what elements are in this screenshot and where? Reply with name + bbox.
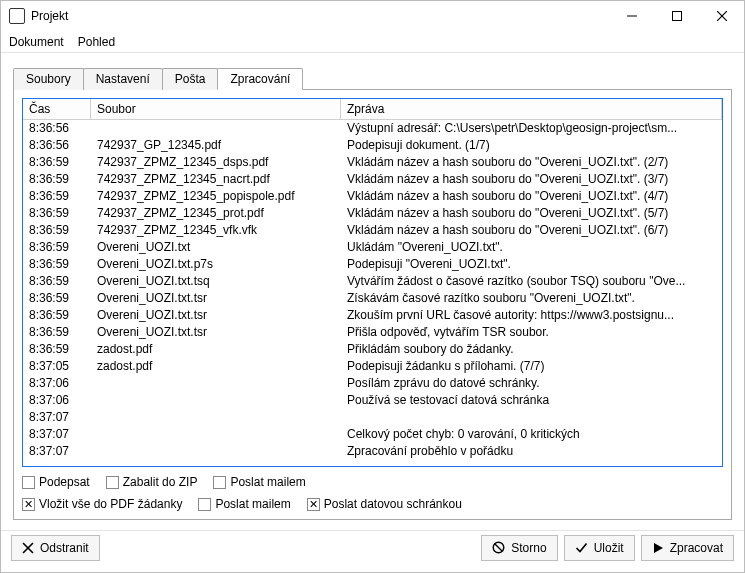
- menu-dokument[interactable]: Dokument: [9, 35, 64, 49]
- cell-time: 8:36:56: [23, 137, 91, 154]
- cell-time: 8:36:59: [23, 341, 91, 358]
- footer: Odstranit Storno Uložit Zpracovat: [1, 530, 744, 572]
- cell-file: 742937_ZPMZ_12345_popispole.pdf: [91, 188, 341, 205]
- cell-file: [91, 443, 341, 460]
- label-ulozit: Uložit: [594, 541, 624, 555]
- cell-file: [91, 375, 341, 392]
- odstranit-button[interactable]: Odstranit: [11, 535, 100, 561]
- checkbox-podepsat[interactable]: Podepsat: [22, 475, 90, 489]
- table-row[interactable]: 8:37:06Používá se testovací datová schrá…: [23, 392, 722, 409]
- table-row[interactable]: 8:36:59742937_ZPMZ_12345_nacrt.pdfVkládá…: [23, 171, 722, 188]
- cancel-icon: [492, 541, 505, 554]
- close-button[interactable]: [699, 1, 744, 31]
- cell-file: Overeni_UOZI.txt.tsq: [91, 273, 341, 290]
- cell-file: 742937_ZPMZ_12345_nacrt.pdf: [91, 171, 341, 188]
- cell-time: 8:36:59: [23, 256, 91, 273]
- table-row[interactable]: 8:36:59Overeni_UOZI.txt.tsrZkouším první…: [23, 307, 722, 324]
- checkbox-zabalit[interactable]: Zabalit do ZIP: [106, 475, 198, 489]
- checkbox-vlozit-pdf[interactable]: ✕Vložit vše do PDF žádanky: [22, 497, 182, 511]
- app-icon: [9, 8, 25, 24]
- cell-time: 8:37:07: [23, 426, 91, 443]
- svg-rect-1: [672, 12, 681, 21]
- label-mail1: Poslat mailem: [230, 475, 305, 489]
- cell-file: [91, 409, 341, 426]
- checkbox-icon: [213, 476, 226, 489]
- minimize-button[interactable]: [609, 1, 654, 31]
- label-storno: Storno: [511, 541, 546, 555]
- grid-body[interactable]: 8:36:56Výstupní adresář: C:\Users\petr\D…: [23, 120, 722, 466]
- table-row[interactable]: 8:37:07Zpracování proběhlo v pořádku: [23, 443, 722, 460]
- cell-msg: Vkládám název a hash souboru do "Overeni…: [341, 205, 722, 222]
- cell-file: 742937_ZPMZ_12345_vfk.vfk: [91, 222, 341, 239]
- cell-time: 8:37:07: [23, 409, 91, 426]
- checkbox-checked-icon: ✕: [22, 498, 35, 511]
- table-row[interactable]: 8:37:05zadost.pdfPodepisuji žádanku s př…: [23, 358, 722, 375]
- checkbox-datova-schranka[interactable]: ✕Poslat datovou schránkou: [307, 497, 462, 511]
- system-buttons: [609, 1, 744, 31]
- cell-msg: Vkládám název a hash souboru do "Overeni…: [341, 171, 722, 188]
- checkbox-icon: [22, 476, 35, 489]
- table-row[interactable]: 8:37:07: [23, 409, 722, 426]
- maximize-button[interactable]: [654, 1, 699, 31]
- table-row[interactable]: 8:37:07Celkový počet chyb: 0 varování, 0…: [23, 426, 722, 443]
- cell-msg: Vkládám název a hash souboru do "Overeni…: [341, 154, 722, 171]
- tab-soubory[interactable]: Soubory: [13, 68, 84, 90]
- cell-time: 8:36:59: [23, 324, 91, 341]
- tab-posta[interactable]: Pošta: [162, 68, 219, 90]
- cell-file: 742937_ZPMZ_12345_dsps.pdf: [91, 154, 341, 171]
- table-row[interactable]: 8:36:56742937_GP_12345.pdfPodepisuji dok…: [23, 137, 722, 154]
- cell-msg: Výstupní adresář: C:\Users\petr\Desktop\…: [341, 120, 722, 137]
- cell-msg: Přikládám soubory do žádanky.: [341, 341, 722, 358]
- cell-msg: Posílám zprávu do datové schránky.: [341, 375, 722, 392]
- menu-pohled[interactable]: Pohled: [78, 35, 115, 49]
- cell-msg: Celkový počet chyb: 0 varování, 0 kritic…: [341, 426, 722, 443]
- table-row[interactable]: 8:36:59Overeni_UOZI.txt.tsrPřišla odpově…: [23, 324, 722, 341]
- cell-msg: Zpracování proběhlo v pořádku: [341, 443, 722, 460]
- cell-time: 8:36:59: [23, 154, 91, 171]
- ulozit-button[interactable]: Uložit: [564, 535, 635, 561]
- table-row[interactable]: 8:36:59742937_ZPMZ_12345_dsps.pdfVkládám…: [23, 154, 722, 171]
- checkbox-checked-icon: ✕: [307, 498, 320, 511]
- tab-panel-zpracovani: Čas Soubor Zpráva 8:36:56Výstupní adresá…: [13, 89, 732, 520]
- table-row[interactable]: 8:36:59Overeni_UOZI.txt.tsqVytvářím žádo…: [23, 273, 722, 290]
- cell-msg: Vkládám název a hash souboru do "Overeni…: [341, 188, 722, 205]
- cell-time: 8:37:06: [23, 375, 91, 392]
- table-row[interactable]: 8:36:59742937_ZPMZ_12345_prot.pdfVkládám…: [23, 205, 722, 222]
- table-row[interactable]: 8:36:59742937_ZPMZ_12345_vfk.vfkVkládám …: [23, 222, 722, 239]
- cell-file: Overeni_UOZI.txt.p7s: [91, 256, 341, 273]
- label-datova: Poslat datovou schránkou: [324, 497, 462, 511]
- storno-button[interactable]: Storno: [481, 535, 557, 561]
- zpracovat-button[interactable]: Zpracovat: [641, 535, 734, 561]
- cell-file: 742937_GP_12345.pdf: [91, 137, 341, 154]
- cell-time: 8:36:59: [23, 239, 91, 256]
- label-vlozit: Vložit vše do PDF žádanky: [39, 497, 182, 511]
- cell-msg: [341, 409, 722, 426]
- table-row[interactable]: 8:36:59Overeni_UOZI.txt.tsrZískávám časo…: [23, 290, 722, 307]
- col-cas[interactable]: Čas: [23, 99, 91, 119]
- table-row[interactable]: 8:36:59Overeni_UOZI.txt.p7sPodepisuji "O…: [23, 256, 722, 273]
- table-row[interactable]: 8:36:59742937_ZPMZ_12345_popispole.pdfVk…: [23, 188, 722, 205]
- options-row-2: ✕Vložit vše do PDF žádanky Poslat mailem…: [22, 497, 723, 511]
- table-row[interactable]: 8:36:59Overeni_UOZI.txtUkládám "Overeni_…: [23, 239, 722, 256]
- cell-time: 8:36:59: [23, 307, 91, 324]
- checkbox-poslat-mailem-1[interactable]: Poslat mailem: [213, 475, 305, 489]
- col-soubor[interactable]: Soubor: [91, 99, 341, 119]
- checkbox-poslat-mailem-2[interactable]: Poslat mailem: [198, 497, 290, 511]
- cell-msg: Vkládám název a hash souboru do "Overeni…: [341, 222, 722, 239]
- tabstrip: Soubory Nastavení Pošta Zpracování: [13, 67, 732, 89]
- table-row[interactable]: 8:36:59zadost.pdfPřikládám soubory do žá…: [23, 341, 722, 358]
- table-row[interactable]: 8:37:06Posílám zprávu do datové schránky…: [23, 375, 722, 392]
- cell-msg: Podepisuji žádanku s přílohami. (7/7): [341, 358, 722, 375]
- tab-nastaveni[interactable]: Nastavení: [83, 68, 163, 90]
- label-odstranit: Odstranit: [40, 541, 89, 555]
- label-mail2: Poslat mailem: [215, 497, 290, 511]
- cell-file: Overeni_UOZI.txt.tsr: [91, 290, 341, 307]
- table-row[interactable]: 8:36:56Výstupní adresář: C:\Users\petr\D…: [23, 120, 722, 137]
- window-title: Projekt: [31, 9, 609, 23]
- cell-file: [91, 426, 341, 443]
- cell-file: zadost.pdf: [91, 341, 341, 358]
- options-row-1: Podepsat Zabalit do ZIP Poslat mailem: [22, 475, 723, 489]
- tab-zpracovani[interactable]: Zpracování: [217, 68, 303, 90]
- cell-msg: Používá se testovací datová schránka: [341, 392, 722, 409]
- col-zprava[interactable]: Zpráva: [341, 99, 722, 119]
